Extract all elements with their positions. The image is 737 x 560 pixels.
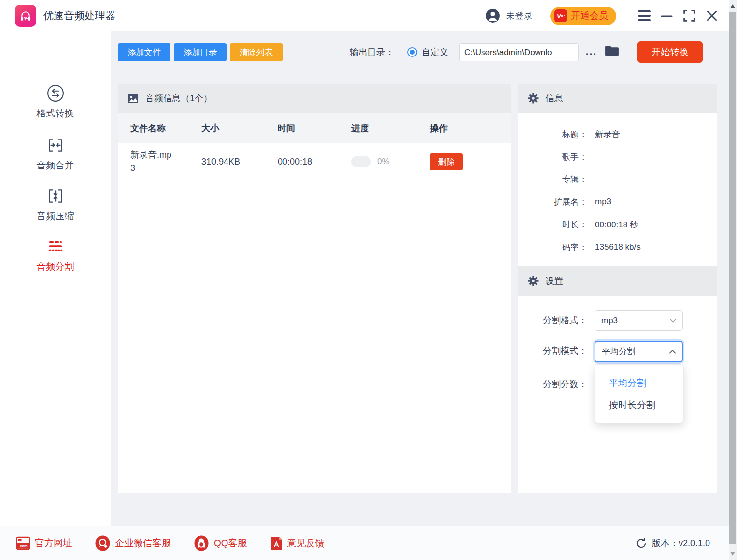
wecom-support-label: 企业微信客服 <box>115 537 171 550</box>
audio-info-title: 音频信息（1个） <box>145 92 212 104</box>
file-time: 00:00:18 <box>278 157 351 167</box>
info-label: 歌手： <box>518 151 587 163</box>
col-size: 大小 <box>201 122 278 134</box>
split-format-value: mp3 <box>601 316 618 326</box>
info-header: 信息 <box>518 84 717 113</box>
custom-dir-radio-label[interactable]: 自定义 <box>422 43 448 61</box>
info-label: 专辑： <box>518 174 587 185</box>
minimize-button[interactable] <box>655 0 678 31</box>
open-vip-button[interactable]: VIP 开通会员 <box>550 7 616 25</box>
app-window: 优速音频处理器 未登录 VIP 开通会员 <box>0 0 737 560</box>
sidebar-item-format-convert[interactable]: 格式转换 <box>0 84 111 120</box>
info-value: 135618 kb/s <box>595 242 641 252</box>
open-folder-button[interactable] <box>604 44 620 59</box>
wecom-icon <box>95 535 111 551</box>
qq-support-link[interactable]: QQ客服 <box>194 535 247 551</box>
file-name: 新录音.mp3 <box>130 148 171 175</box>
qq-icon <box>194 535 209 551</box>
output-path-input[interactable]: C:\Users\admin\Downlo <box>459 43 579 61</box>
custom-dir-radio[interactable] <box>407 47 417 57</box>
info-label: 时长： <box>518 219 587 230</box>
split-format-label: 分割格式： <box>518 314 587 326</box>
login-status-label: 未登录 <box>506 10 533 22</box>
window-scrollbar[interactable] <box>729 0 737 560</box>
chevron-up-icon <box>669 350 676 354</box>
clear-list-button[interactable]: 清除列表 <box>230 43 283 61</box>
audio-split-icon <box>0 237 111 256</box>
app-title: 优速音频处理器 <box>43 0 115 31</box>
vip-icon: VIP <box>554 9 567 22</box>
file-size: 310.94KB <box>201 157 278 167</box>
output-dir-label: 输出目录： <box>350 43 394 61</box>
sidebar-item-audio-split[interactable]: 音频分割 <box>0 237 111 273</box>
website-icon: .com <box>16 536 30 550</box>
hamburger-icon <box>638 10 651 21</box>
user-avatar-icon <box>485 8 500 23</box>
footer: .com 官方网址 企业微信客服 QQ客服 <box>0 526 737 560</box>
maximize-button[interactable] <box>678 0 701 31</box>
split-mode-dropdown: 平均分割 按时长分割 <box>595 364 684 423</box>
add-folder-button[interactable]: 添加目录 <box>174 43 227 61</box>
right-panel: 信息 标题：新录音 歌手： 专辑： 扩展名：mp3 时长：00:00:18 秒 … <box>518 84 717 493</box>
table-row[interactable]: 新录音.mp3 310.94KB 00:00:18 0% 删除 <box>118 143 511 180</box>
titlebar: 优速音频处理器 未登录 VIP 开通会员 <box>0 0 737 31</box>
close-icon <box>706 10 718 22</box>
info-title: 信息 <box>545 92 563 104</box>
app-logo-icon <box>15 5 36 27</box>
audio-merge-icon <box>0 136 111 155</box>
scroll-down-icon[interactable] <box>730 552 735 556</box>
maximize-icon <box>683 10 695 22</box>
login-status[interactable]: 未登录 <box>485 8 533 23</box>
media-info-icon <box>127 92 139 105</box>
split-mode-select[interactable]: 平均分割 <box>595 341 683 362</box>
svg-text:.com: .com <box>19 544 28 548</box>
delete-button[interactable]: 删除 <box>430 153 463 170</box>
browse-more-button[interactable]: … <box>584 41 598 61</box>
wecom-support-link[interactable]: 企业微信客服 <box>95 535 171 551</box>
scrollbar-thumb[interactable] <box>729 12 736 544</box>
audio-info-panel: 音频信息（1个） 文件名称 大小 时间 进度 操作 新录音.mp3 310.94… <box>118 84 511 493</box>
feedback-link[interactable]: 意见反馈 <box>270 536 325 551</box>
split-count-label: 分割分数： <box>518 378 587 390</box>
split-mode-label: 分割模式： <box>518 345 587 357</box>
info-label: 扩展名： <box>518 196 587 208</box>
dropdown-option-average-split[interactable]: 平均分割 <box>595 372 683 394</box>
audio-info-header: 音频信息（1个） <box>118 84 511 113</box>
info-value: mp3 <box>595 197 611 207</box>
settings-title: 设置 <box>545 275 563 287</box>
add-file-button[interactable]: 添加文件 <box>118 43 170 61</box>
col-progress: 进度 <box>351 122 430 134</box>
info-value: 00:00:18 秒 <box>595 219 638 230</box>
vip-button-label: 开通会员 <box>571 9 608 22</box>
info-value: 新录音 <box>595 129 620 140</box>
qq-support-label: QQ客服 <box>214 537 247 550</box>
scroll-up-icon[interactable] <box>730 4 735 8</box>
close-button[interactable] <box>701 0 723 31</box>
settings-header: 设置 <box>518 266 717 296</box>
info-label: 标题： <box>518 129 587 140</box>
start-convert-button[interactable]: 开始转换 <box>637 41 703 63</box>
sidebar-item-audio-merge[interactable]: 音频合并 <box>0 136 111 172</box>
feedback-label: 意见反馈 <box>287 537 325 550</box>
minimize-icon <box>660 9 673 22</box>
progress-bar <box>351 156 371 167</box>
col-action: 操作 <box>430 122 511 134</box>
col-filename: 文件名称 <box>130 122 201 134</box>
official-site-link[interactable]: .com 官方网址 <box>16 536 72 550</box>
menu-button[interactable] <box>633 0 655 31</box>
progress-percent: 0% <box>377 157 390 167</box>
sidebar-item-audio-compress[interactable]: 音频压缩 <box>0 186 111 223</box>
feedback-icon <box>270 536 283 551</box>
format-convert-icon <box>0 84 111 103</box>
official-site-label: 官方网址 <box>35 537 72 550</box>
chevron-down-icon <box>670 319 676 323</box>
info-fields: 标题：新录音 歌手： 专辑： 扩展名：mp3 时长：00:00:18 秒 码率：… <box>518 113 717 258</box>
gear-icon <box>527 275 539 287</box>
split-mode-value: 平均分割 <box>602 346 635 357</box>
col-time: 时间 <box>278 122 351 134</box>
audio-compress-icon <box>0 186 111 206</box>
refresh-icon[interactable] <box>635 537 647 549</box>
table-header-row: 文件名称 大小 时间 进度 操作 <box>118 113 511 143</box>
split-format-select[interactable]: mp3 <box>595 310 683 331</box>
dropdown-option-duration-split[interactable]: 按时长分割 <box>595 394 683 416</box>
